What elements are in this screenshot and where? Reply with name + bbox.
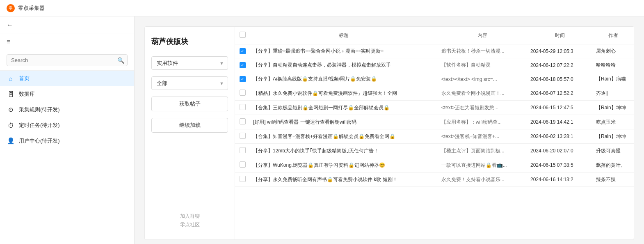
row-checkbox-7[interactable] <box>240 147 246 153</box>
sidebar-item-database[interactable]: 🗄 数据库 <box>0 86 134 102</box>
app-logo: 零 <box>7 4 15 12</box>
top-bar: 零 零点采集器 <box>0 0 644 16</box>
home-icon: ⌂ <box>7 75 15 82</box>
table-row: 【分享】永久免费畅听全网有声书🔒可看免费小说软件 k歌 短剧！永久免费！支持看小… <box>235 173 634 187</box>
row-checkbox-4[interactable] <box>240 104 246 110</box>
sidebar-item-label: 首页 <box>19 75 30 82</box>
cell-time-7: 2024-06-20 02:07:0 <box>527 144 593 158</box>
cell-time-4: 2024-06-15 12:47:5 <box>527 101 593 115</box>
category-select[interactable]: 实用软件游戏娱乐工具 <box>151 56 228 70</box>
cell-author-8: 飘落的黄叶、 <box>593 158 634 173</box>
table-row: ✓【分享】重磅≡最强追书≡≡聚合全网小说＋漫画≡≡实时更新≡追书天花板！秒杀一切… <box>235 44 634 58</box>
user-icon: 👤 <box>7 137 15 145</box>
cell-author-6: 【Rain】坤坤 <box>593 129 634 144</box>
cell-author-2: 【Rain】病猫 <box>593 72 634 86</box>
app-title: 零点采集器 <box>18 5 45 12</box>
cell-title-6: 【合集】知音漫客+漫客栈+好看漫画🔒解锁会员🔒免费看全网🔒 <box>253 133 434 140</box>
community-link[interactable]: 零点社区 <box>151 221 228 230</box>
search-input[interactable] <box>7 54 128 66</box>
main-content: 葫芦侠版块 实用软件游戏娱乐工具 ▼ 全部最新最热 ▼ 获取帖子 继续加载 加入… <box>135 16 644 244</box>
table-row: 【精品】永久免费小说软件🔒可看免费漫画软件」超级强大！全网永久免费看全网小说漫画… <box>235 86 634 101</box>
sidebar-item-label: 用户中心(待开发) <box>19 137 60 145</box>
table-body: ✓【分享】重磅≡最强追书≡≡聚合全网小说＋漫画≡≡实时更新≡追书天花板！秒杀一切… <box>235 44 634 187</box>
load-more-button[interactable]: 继续加载 <box>151 118 228 133</box>
cell-content-8: 一款可以直接进网站🔒看📺... <box>441 162 524 169</box>
cell-time-5: 2024-06-19 14:42:1 <box>527 115 593 129</box>
sidebar-item-user[interactable]: 👤 用户中心(待开发) <box>0 133 134 149</box>
cell-time-2: 2024-06-18 05:57:0 <box>527 72 593 86</box>
row-checkbox-3[interactable] <box>240 90 246 96</box>
sidebar-item-home[interactable]: ⌂ 首页 <box>0 71 134 86</box>
row-checkbox-0[interactable]: ✓ <box>240 48 246 54</box>
sidebar-item-rules[interactable]: ⊙ 采集规则(待开发) <box>0 102 134 117</box>
cell-title-8: 【分享】WuKong.浏览器🔒真正有学习资料🔒进网站神器😊 <box>253 162 434 169</box>
data-table: 标题内容时间作者 ✓【分享】重磅≡最强追书≡≡聚合全网小说＋漫画≡≡实时更新≡追… <box>235 27 634 187</box>
sidebar-item-label: 数据库 <box>19 90 35 98</box>
cell-content-1: 【软件名称】自动精灵 <box>441 62 524 69</box>
search-icon[interactable]: 🔍 <box>117 57 124 64</box>
cell-title-0: 【分享】重磅≡最强追书≡≡聚合全网小说＋漫画≡≡实时更新≡ <box>253 48 434 55</box>
row-checkbox-8[interactable] <box>240 161 246 168</box>
nav-list: ⌂ 首页 🗄 数据库 ⊙ 采集规则(待开发) ⏱ 定时任务(待开发) 👤 用户中… <box>0 71 134 149</box>
filter-select[interactable]: 全部最新最热 <box>151 76 228 90</box>
rules-icon: ⊙ <box>7 106 15 113</box>
cell-time-3: 2024-06-07 12:52:2 <box>527 86 593 101</box>
category-select-wrap: 实用软件游戏娱乐工具 ▼ <box>151 56 228 70</box>
cell-author-3: 齐逐∥ <box>593 86 634 101</box>
table-row: ✓【分享】自动精灵自动连点击器，必装神器，模拟点击解放双手【软件名称】自动精灵2… <box>235 58 634 72</box>
cell-title-1: 【分享】自动精灵自动连点击器，必装神器，模拟点击解放双手 <box>253 62 434 69</box>
menu-icon[interactable]: ≡ <box>0 34 134 50</box>
header-checkbox[interactable] <box>240 32 246 38</box>
fetch-posts-button[interactable]: 获取帖子 <box>151 97 228 111</box>
cell-author-9: 辣条不辣 <box>593 173 634 187</box>
row-checkbox-9[interactable] <box>240 176 246 182</box>
cell-author-5: 吃点玉米 <box>593 115 634 129</box>
bottom-links: 加入群聊 零点社区 <box>151 212 228 230</box>
col-header-2: 内容 <box>438 27 527 44</box>
cell-content-9: 永久免费！支持看小说音乐... <box>441 176 524 183</box>
back-button[interactable]: ← <box>0 16 134 34</box>
content-card: 葫芦侠版块 实用软件游戏娱乐工具 ▼ 全部最新最热 ▼ 获取帖子 继续加载 加入… <box>144 26 634 240</box>
cell-title-9: 【分享】永久免费畅听全网有声书🔒可看免费小说软件 k歌 短剧！ <box>253 176 434 183</box>
sidebar: ← ≡ 🔍 ⌂ 首页 🗄 数据库 ⊙ 采集规则(待开发) ⏱ 定时任务(待开发)… <box>0 16 135 244</box>
cell-time-9: 2024-06-16 14:13:2 <box>527 173 593 187</box>
row-checkbox-1[interactable]: ✓ <box>240 62 246 68</box>
cell-content-3: 永久免费看全网小说漫画！... <box>441 90 524 97</box>
cell-title-5: [好用] wifi密码查看器 一键运行查看解钥wifi密码 <box>253 119 434 126</box>
table-row: 【分享】12mb大小的快手｢快手超级精简版｣无任何广告！【楼主点评】页面简洁到极… <box>235 144 634 158</box>
cell-content-7: 【楼主点评】页面简洁到极... <box>441 147 524 154</box>
table-row: [好用] wifi密码查看器 一键运行查看解钥wifi密码【应用名称】：wifi… <box>235 115 634 129</box>
row-checkbox-2[interactable]: ✓ <box>240 76 246 82</box>
cell-author-7: 升级可真慢 <box>593 144 634 158</box>
cell-title-4: 【合集】三款极品短剧🔒全网短剧一网打尽🔒全部解锁会员🔒 <box>253 104 434 111</box>
cell-title-3: 【精品】永久免费小说软件🔒可看免费漫画软件」超级强大！全网 <box>253 90 434 97</box>
table-wrap: 标题内容时间作者 ✓【分享】重磅≡最强追书≡≡聚合全网小说＋漫画≡≡实时更新≡追… <box>235 27 634 239</box>
sidebar-item-label: 定时任务(待开发) <box>19 122 60 129</box>
col-header-3: 时间 <box>527 27 593 44</box>
table-row: ✓【分享】Ai换脸离线版🔒支持直播/视频/照片🔒免安装🔒<text></text… <box>235 72 634 86</box>
cell-content-4: <text>还在为看短剧发愁... <box>441 104 524 111</box>
cell-time-0: 2024-05-29 12:05:3 <box>527 44 593 58</box>
cell-content-5: 【应用名称】：wifi密码查... <box>441 119 524 126</box>
row-checkbox-5[interactable] <box>240 118 246 124</box>
row-checkbox-6[interactable] <box>240 133 246 139</box>
col-header-1: 标题 <box>250 27 438 44</box>
sidebar-item-tasks[interactable]: ⏱ 定时任务(待开发) <box>0 117 134 133</box>
cell-time-6: 2024-06-02 13:28:1 <box>527 129 593 144</box>
sidebar-item-label: 采集规则(待开发) <box>19 106 60 113</box>
filter-select-wrap: 全部最新最热 ▼ <box>151 76 228 90</box>
cell-author-4: 【Rain】坤坤 <box>593 101 634 115</box>
col-header-0 <box>235 27 250 44</box>
cell-content-6: <text>漫客栈+知音漫客+... <box>441 133 524 140</box>
cell-title-7: 【分享】12mb大小的快手｢快手超级精简版｣无任何广告！ <box>253 147 434 154</box>
cell-author-1: 哈哈哈哈 <box>593 58 634 72</box>
search-box-container: 🔍 <box>0 50 134 71</box>
cell-title-2: 【分享】Ai换脸离线版🔒支持直播/视频/照片🔒免安装🔒 <box>253 76 434 83</box>
table-row: 【合集】知音漫客+漫客栈+好看漫画🔒解锁会员🔒免费看全网🔒<text>漫客栈+知… <box>235 129 634 144</box>
right-panel: 标题内容时间作者 ✓【分享】重磅≡最强追书≡≡聚合全网小说＋漫画≡≡实时更新≡追… <box>235 27 634 239</box>
table-row: 【合集】三款极品短剧🔒全网短剧一网打尽🔒全部解锁会员🔒<text>还在为看短剧发… <box>235 101 634 115</box>
join-group-link[interactable]: 加入群聊 <box>151 212 228 221</box>
col-header-4: 作者 <box>593 27 634 44</box>
cell-time-1: 2024-06-12 07:22:2 <box>527 58 593 72</box>
cell-time-8: 2024-06-15 07:38:5 <box>527 158 593 173</box>
